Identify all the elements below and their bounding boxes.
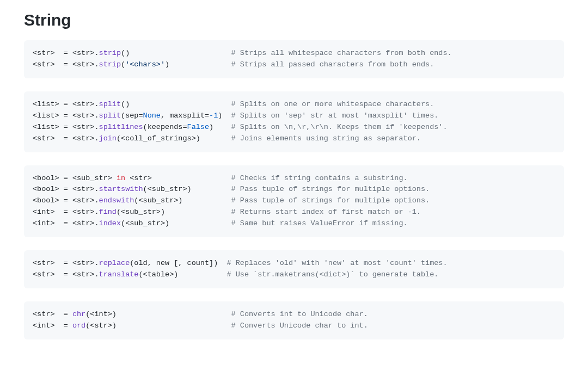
code-token: (sep= <box>121 112 143 120</box>
code-token: (<sub_str>) <box>117 208 165 216</box>
code-token: (<sub_str>) <box>121 219 169 227</box>
code-method: join <box>99 134 117 143</box>
code-method: splitlines <box>99 123 143 131</box>
code-token <box>178 270 226 279</box>
code-token: (<sub_str>) <box>134 196 182 205</box>
code-token: <int> = <box>33 322 72 330</box>
code-token: -1 <box>209 112 218 120</box>
code-token: <int> = <str>. <box>33 208 99 216</box>
code-token <box>218 259 226 267</box>
code-token <box>117 310 231 318</box>
code-method: endswith <box>99 196 134 205</box>
code-token: <str> = <box>33 310 72 318</box>
code-content: <str> = <str>.replace(old, new [, count]… <box>33 258 555 281</box>
code-method: ord <box>72 322 85 330</box>
code-comment: # Splits on \n,\r,\r\n. Keeps them if 'k… <box>231 123 448 131</box>
code-blocks-container: <str> = <str>.strip() # Strips all white… <box>24 40 564 339</box>
code-token: , maxsplit= <box>161 112 209 120</box>
code-token <box>152 174 231 182</box>
code-token <box>192 185 231 193</box>
code-method: index <box>99 219 121 227</box>
code-token: () <box>121 49 130 57</box>
code-comment: # Replaces 'old' with 'new' at most 'cou… <box>226 259 447 267</box>
code-token <box>169 60 231 69</box>
code-content: <list> = <str>.split() # Splits on one o… <box>33 99 555 145</box>
code-comment: # Joins elements using string as separat… <box>231 134 421 143</box>
code-token: <list> = <str>. <box>33 100 99 108</box>
code-token: (<sub_str>) <box>143 185 192 193</box>
code-token: <str> <box>125 174 152 182</box>
code-token: ( <box>121 60 125 69</box>
page-heading: String <box>24 11 564 29</box>
code-token: <list> = <str>. <box>33 112 99 120</box>
code-comment: # Returns start index of first match or … <box>231 208 421 216</box>
code-comment: # Use `str.maketrans(<dict>)` to generat… <box>227 270 439 279</box>
code-token: <bool> = <str>. <box>33 185 99 193</box>
code-token: () <box>121 100 130 108</box>
code-token <box>130 49 231 57</box>
code-token <box>169 219 231 227</box>
code-token: <int> = <str>. <box>33 219 99 227</box>
code-token: <list> = <str>. <box>33 123 99 131</box>
code-token: <str> = <str>. <box>33 259 99 267</box>
code-token <box>130 100 231 108</box>
code-token: (keepends= <box>143 123 187 131</box>
code-comment: # Splits on 'sep' str at most 'maxsplit'… <box>231 112 439 120</box>
code-token: <str> = <str>. <box>33 134 99 143</box>
code-token <box>182 196 231 205</box>
code-method: strip <box>99 49 121 57</box>
code-content: <str> = <str>.strip() # Strips all white… <box>33 48 555 71</box>
code-method: translate <box>99 270 139 279</box>
code-token: (<table>) <box>138 270 178 279</box>
code-content: <str> = chr(<int>) # Converts int to Uni… <box>33 309 555 332</box>
code-token <box>222 112 231 120</box>
code-comment: # Pass tuple of strings for multiple opt… <box>231 196 430 205</box>
code-method: split <box>99 112 121 120</box>
code-token: False <box>187 123 210 131</box>
code-token <box>117 322 231 330</box>
code-method: find <box>99 208 117 216</box>
code-comment: # Pass tuple of strings for multiple opt… <box>231 185 430 193</box>
code-token: (<int>) <box>85 310 117 318</box>
code-comment: # Same but raises ValueError if missing. <box>231 219 408 227</box>
code-token: ) <box>209 123 213 131</box>
code-token: None <box>143 112 161 120</box>
code-method: chr <box>72 310 85 318</box>
code-token <box>213 123 231 131</box>
code-token: ) <box>165 60 169 69</box>
code-token <box>200 134 231 143</box>
code-comment: # Checks if string contains a substring. <box>231 174 408 182</box>
code-method: startswith <box>99 185 143 193</box>
code-token: <str> = <str>. <box>33 270 99 279</box>
code-comment: # Splits on one or more whitespace chara… <box>231 100 434 108</box>
code-block: <bool> = <sub_str> in <str> # Checks if … <box>24 165 564 238</box>
code-comment: # Converts Unicode char to int. <box>231 322 368 330</box>
code-block: <list> = <str>.split() # Splits on one o… <box>24 91 564 152</box>
code-token: <str> = <str>. <box>33 49 99 57</box>
code-method: split <box>99 100 121 108</box>
code-block: <str> = <str>.strip() # Strips all white… <box>24 40 564 78</box>
code-method: strip <box>99 60 121 69</box>
code-comment: # Converts int to Unicode char. <box>231 310 368 318</box>
code-token: <bool> = <str>. <box>33 196 99 205</box>
code-token: <bool> = <sub_str> <box>33 174 117 182</box>
code-token: '<chars>' <box>125 60 165 69</box>
code-token: in <box>117 174 125 182</box>
code-token <box>165 208 231 216</box>
code-token: <str> = <str>. <box>33 60 99 69</box>
code-block: <str> = <str>.replace(old, new [, count]… <box>24 250 564 288</box>
code-content: <bool> = <sub_str> in <str> # Checks if … <box>33 173 555 230</box>
code-block: <str> = chr(<int>) # Converts int to Uni… <box>24 301 564 339</box>
code-comment: # Strips all whitespace characters from … <box>231 49 452 57</box>
code-token: (<coll_of_strings>) <box>117 134 200 143</box>
code-token: (old, new [, count]) <box>130 259 218 267</box>
code-comment: # Strips all passed characters from both… <box>231 60 434 69</box>
code-token: (<str>) <box>85 322 117 330</box>
code-method: replace <box>99 259 130 267</box>
